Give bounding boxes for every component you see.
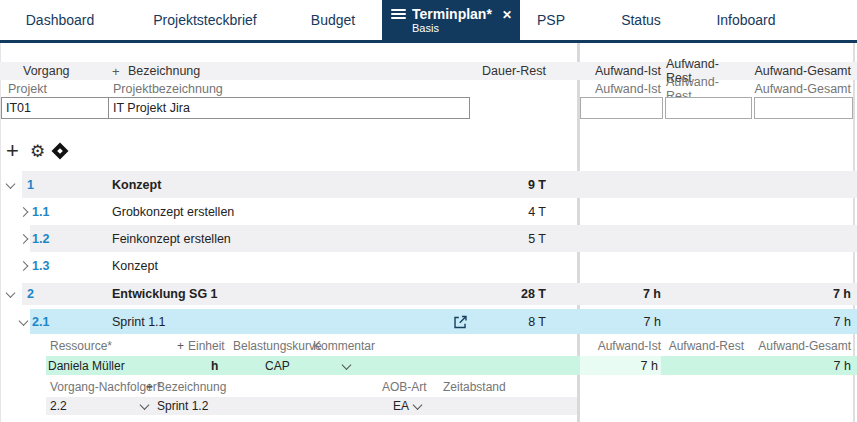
resource-col-header: Ressource*: [50, 336, 112, 355]
task-row-2[interactable]: 2 Entwicklung SG 1 28 T 7 h 7 h: [0, 283, 857, 305]
task-aufwand-gesamt: 7 h: [746, 283, 851, 305]
task-dauer-rest: 28 T: [440, 283, 546, 305]
task-dauer-rest: [440, 252, 546, 279]
tab-status[interactable]: Status: [582, 0, 700, 40]
project-aufwand-ist-input[interactable]: [580, 97, 663, 119]
col-header-vorgang: Vorgang: [23, 62, 70, 80]
baseline-diamond-icon[interactable]: [52, 143, 69, 160]
successor-header-row: Vorgang-Nachfolger* + Bezeichnung AOB-Ar…: [0, 378, 857, 395]
task-dauer-rest: 5 T: [440, 225, 546, 252]
task-dauer-rest: 8 T: [440, 309, 546, 334]
settings-gear-icon[interactable]: ⚙: [30, 141, 45, 162]
successor-aob-art: EA: [393, 397, 409, 415]
tab-label: Dashboard: [26, 12, 95, 28]
task-number: 1.1: [32, 198, 49, 225]
resource-aufwand-ist-cell[interactable]: 7 h: [580, 356, 661, 375]
task-dauer-rest: 9 T: [440, 171, 546, 198]
successor-col-header: Vorgang-Nachfolger*: [50, 378, 161, 395]
successor-bezeichnung-header: Bezeichnung: [157, 378, 226, 395]
chevron-right-icon[interactable]: [19, 261, 29, 271]
task-number: 1: [27, 171, 34, 198]
resource-name: Daniela Müller: [48, 356, 125, 375]
project-label: Projekt: [8, 80, 47, 97]
task-row-1-2[interactable]: 1.2 Feinkonzept erstellen 5 T: [0, 225, 857, 252]
resource-einheit: h: [211, 356, 218, 375]
task-row-1-1[interactable]: 1.1 Grobkonzept erstellen 4 T: [0, 198, 857, 225]
tab-label: PSP: [537, 12, 565, 28]
successor-number: 2.2: [50, 397, 67, 415]
add-resource-icon[interactable]: +: [177, 336, 184, 355]
toolbar: + ⚙: [0, 140, 857, 164]
add-column-icon[interactable]: +: [112, 62, 120, 80]
project-aufwand-gesamt-label: Aufwand-Gesamt: [746, 80, 851, 97]
project-id-input[interactable]: [1, 97, 109, 119]
tab-projektsteckbrief[interactable]: Projektsteckbrief: [120, 0, 290, 40]
successor-bezeichnung: Sprint 1.2: [157, 397, 208, 415]
task-row-1[interactable]: 1 Konzept 9 T: [0, 171, 857, 198]
task-number: 2.1: [32, 309, 49, 334]
resource-aufwand-rest-header: Aufwand-Rest: [666, 336, 744, 355]
task-number: 1.2: [32, 225, 49, 252]
chevron-down-icon[interactable]: [6, 179, 16, 189]
task-number: 1.3: [32, 252, 49, 279]
task-aufwand-gesamt: 7 h: [746, 309, 851, 334]
project-aufwand-rest-label: Aufwand-Rest: [666, 80, 744, 97]
tab-label: Projektsteckbrief: [153, 12, 256, 28]
task-number: 2: [27, 283, 34, 305]
project-bezeichnung-label: Projektbezeichnung: [113, 80, 223, 97]
menu-icon[interactable]: [391, 9, 406, 21]
tab-budget[interactable]: Budget: [290, 0, 376, 40]
task-row-2-1-selected[interactable]: 2.1 Sprint 1.1 8 T 7 h 7 h: [0, 309, 857, 334]
col-header-aufwand-gesamt: Aufwand-Gesamt: [746, 62, 851, 80]
tab-psp[interactable]: PSP: [520, 0, 582, 40]
task-name: Entwicklung SG 1: [112, 283, 218, 305]
task-aufwand-ist: 7 h: [583, 283, 661, 305]
tab-dashboard[interactable]: Dashboard: [0, 0, 120, 40]
task-name: Konzept: [112, 252, 158, 279]
task-name: Konzept: [112, 171, 161, 198]
project-aufwand-ist-label: Aufwand-Ist: [583, 80, 661, 97]
tab-bar: Dashboard Projektsteckbrief Budget Termi…: [0, 0, 857, 43]
chevron-down-icon[interactable]: [6, 288, 16, 298]
tab-infoboard[interactable]: Infoboard: [700, 0, 792, 40]
project-input-row: [0, 97, 857, 119]
tab-label: Budget: [311, 12, 355, 28]
tab-terminplan[interactable]: Terminplan* Basis ✕: [382, 0, 520, 43]
active-tab-subtitle: Basis: [412, 22, 498, 35]
tab-label: Infoboard: [716, 12, 775, 28]
resource-aufwand-ist-header: Aufwand-Ist: [583, 336, 661, 355]
chevron-down-icon[interactable]: [19, 316, 29, 326]
successor-row[interactable]: 2.2 Sprint 1.2 EA: [0, 397, 857, 415]
tab-label: Status: [621, 12, 661, 28]
zeitabstand-col-header: Zeitabstand: [443, 378, 506, 395]
project-label-row: Projekt Projektbezeichnung Aufwand-Ist A…: [0, 80, 857, 97]
resource-aufwand-gesamt-header: Aufwand-Gesamt: [746, 336, 851, 355]
chevron-right-icon[interactable]: [19, 207, 29, 217]
kommentar-col-header: Kommentar: [313, 336, 375, 355]
project-aufwand-gesamt-input[interactable]: [754, 97, 853, 119]
col-header-bezeichnung: Bezeichnung: [128, 62, 200, 80]
chevron-right-icon[interactable]: [19, 234, 29, 244]
resource-header-row: Ressource* + Einheit Belastungskurve Kom…: [0, 336, 857, 355]
col-header-aufwand-ist: Aufwand-Ist: [583, 62, 661, 80]
resource-row-background: [46, 356, 857, 375]
task-dauer-rest: 4 T: [440, 198, 546, 225]
project-name-input[interactable]: [108, 97, 470, 119]
task-name: Sprint 1.1: [112, 309, 166, 334]
successor-row-background: [46, 397, 577, 415]
einheit-col-header: Einheit: [188, 336, 225, 355]
resource-belastungskurve: CAP: [265, 356, 290, 375]
close-icon[interactable]: ✕: [502, 8, 512, 22]
task-name: Feinkonzept erstellen: [112, 225, 231, 252]
add-successor-icon[interactable]: +: [146, 378, 153, 395]
active-tab-title: Terminplan*: [412, 6, 498, 22]
col-header-dauer-rest: Dauer-Rest: [440, 62, 546, 80]
task-row-1-3[interactable]: 1.3 Konzept: [0, 252, 857, 279]
add-row-icon[interactable]: +: [6, 138, 19, 164]
task-name: Grobkonzept erstellen: [112, 198, 234, 225]
project-aufwand-rest-input[interactable]: [665, 97, 752, 119]
resource-aufwand-gesamt: 7 h: [746, 356, 851, 375]
resource-row[interactable]: Daniela Müller h CAP 7 h 7 h: [0, 356, 857, 375]
task-aufwand-ist: 7 h: [583, 309, 661, 334]
belastungskurve-col-header: Belastungskurve: [233, 336, 322, 355]
